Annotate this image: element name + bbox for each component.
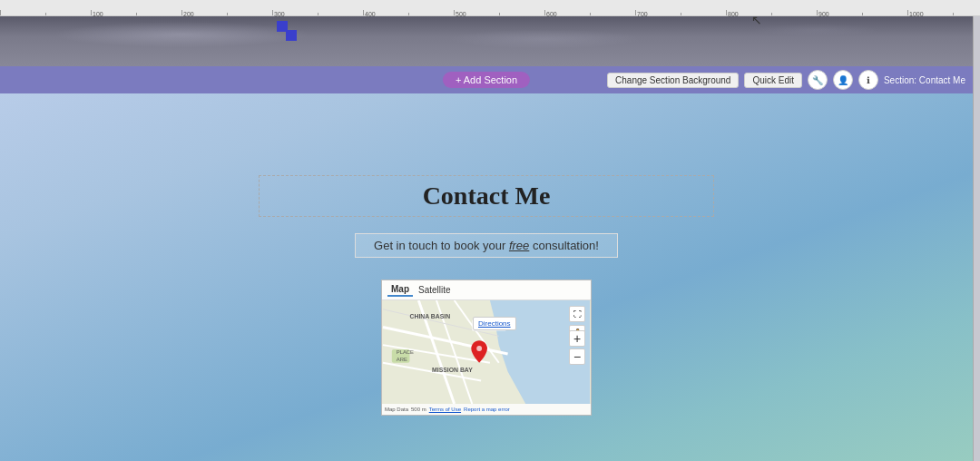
info-icon: ℹ	[867, 75, 870, 85]
person-icon-button[interactable]: 👤	[833, 70, 853, 90]
info-icon-button[interactable]: ℹ	[858, 70, 878, 90]
map-zoom-in-button[interactable]: +	[569, 330, 585, 347]
change-background-button[interactable]: Change Section Background	[607, 73, 739, 88]
map-fullscreen-button[interactable]: ⛶	[569, 306, 585, 322]
main-content: Contact Me Get in touch to book your fre…	[0, 93, 973, 461]
contact-title-box[interactable]: Contact Me	[259, 175, 715, 217]
map-zoom-controls: + −	[569, 330, 585, 365]
svg-point-17	[476, 346, 482, 351]
top-image-area	[0, 16, 980, 66]
directions-link[interactable]: Directions	[478, 319, 511, 328]
add-section-button[interactable]: + Add Section	[443, 72, 530, 88]
map-directions-popup: Directions	[473, 317, 516, 330]
map-toolbar: Map Satellite	[382, 280, 591, 300]
map-zoom-out-button[interactable]: −	[569, 348, 585, 365]
person-icon: 👤	[838, 75, 848, 85]
map-terms-link[interactable]: Terms of Use	[429, 407, 461, 412]
texture-overlay	[0, 16, 980, 66]
svg-text:ARE: ARE	[397, 357, 407, 362]
subtitle-text: Get in touch to book your free consultat…	[374, 239, 599, 252]
subtitle-prefix: Get in touch to book your	[374, 239, 509, 252]
toolbar-bar: + Add Section Change Section Background …	[0, 66, 973, 93]
logo-icon	[277, 21, 297, 41]
section-label: Section: Contact Me	[884, 75, 965, 85]
svg-text:CHINA BASIN: CHINA BASIN	[409, 313, 450, 319]
subtitle-italic: free	[509, 239, 529, 252]
map-data-label: Map Data	[385, 407, 408, 412]
right-panel	[973, 16, 980, 461]
map-tab-satellite[interactable]: Satellite	[415, 284, 455, 296]
wrench-icon-button[interactable]: 🔧	[808, 70, 828, 90]
ruler: 1002003004005006007008009001000	[0, 0, 980, 16]
svg-text:PLACE: PLACE	[397, 349, 414, 355]
contact-title: Contact Me	[423, 181, 551, 211]
ruler-marks: 1002003004005006007008009001000	[0, 0, 980, 15]
map-container[interactable]: Map Satellite CHINA BASIN PLACE ARE MISS…	[381, 280, 592, 416]
subtitle-suffix: consultation!	[529, 239, 599, 252]
map-report-link[interactable]: Report a map error	[464, 407, 510, 412]
map-tab-map[interactable]: Map	[387, 283, 413, 297]
map-footer: Map Data 500 m Terms of Use Report a map…	[382, 404, 591, 415]
map-scale-label: 500 m	[411, 407, 426, 412]
wrench-icon: 🔧	[812, 75, 823, 85]
subtitle-box[interactable]: Get in touch to book your free consultat…	[355, 233, 618, 258]
svg-text:MISSION BAY: MISSION BAY	[432, 367, 473, 373]
quick-edit-button[interactable]: Quick Edit	[744, 73, 802, 88]
